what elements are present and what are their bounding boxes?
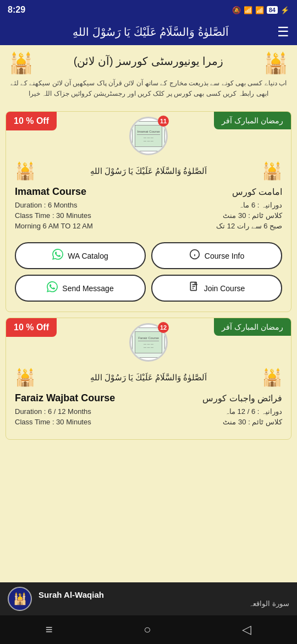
card1-duration-row: Duration : 6 Months دورانیہ : 6 ماہ bbox=[15, 200, 282, 210]
charging-icon: ⚡ bbox=[280, 6, 289, 14]
join-course-label: Join Course bbox=[204, 284, 245, 293]
wifi-icon: 📶 bbox=[244, 6, 252, 14]
send-message-button[interactable]: Send Message bbox=[15, 275, 146, 302]
card1-duration-ur: دورانیہ : 6 ماہ bbox=[239, 201, 282, 209]
audio-title: Surah Al-Waqiah bbox=[38, 590, 289, 599]
send-message-label: Send Message bbox=[62, 284, 113, 293]
card2-arabic-line: 🕌 اَلصَّلوٰةُ وَالسَّلَامُ عَلَيْكَ يَا … bbox=[6, 362, 291, 390]
audio-player-bar[interactable]: 🕌 Surah Al-Waqiah سورة الواقعہ bbox=[0, 582, 297, 615]
course-info-label: Course Info bbox=[205, 252, 244, 260]
card1-classtime-en: Class Time : 30 Minutes bbox=[15, 211, 91, 220]
card1-timing-ur: صبح 6 سے رات 12 تک bbox=[216, 222, 282, 230]
right-mosque-icon: 🕌 bbox=[263, 52, 288, 75]
card1-off-badge: 10 % Off bbox=[6, 112, 57, 130]
bottom-nav-bar: ≡ ○ ◁ bbox=[0, 615, 297, 644]
card2-duration-row: Duration : 6 / 12 Months دورانیہ : 6 / 1… bbox=[15, 406, 282, 417]
card1-arabic-line: 🕌 اَلصَّلوٰةُ وَالسَّلَامُ عَلَيْكَ يَا … bbox=[6, 156, 291, 184]
card1-info: Imamat Course امامت کورس Duration : 6 Mo… bbox=[6, 184, 291, 236]
nav-back-icon[interactable]: ◁ bbox=[242, 623, 251, 637]
card1-name-row: Imamat Course امامت کورس bbox=[15, 186, 282, 198]
course-info-button[interactable]: Course Info bbox=[151, 242, 282, 269]
document-icon bbox=[189, 281, 200, 295]
card1-timing-row: Morning 6 AM TO 12 AM صبح 6 سے رات 12 تک bbox=[15, 221, 282, 231]
hamburger-menu[interactable]: ☰ bbox=[277, 24, 289, 40]
battery-level: 84 bbox=[267, 6, 278, 14]
card2-header: 10 % Off Faraiz Course — — —— — — 12 رمض… bbox=[6, 318, 291, 362]
card2-duration-en: Duration : 6 / 12 Months bbox=[15, 407, 91, 416]
card2-ramadan-badge: رمضان المبارک آفر bbox=[214, 318, 291, 336]
card2-classtime-row: Class Time : 30 Minutes کلاس ٹائم : 30 م… bbox=[15, 417, 282, 427]
card1-header: 10 % Off Imamat Course — — —— — — 11 رمض… bbox=[6, 112, 291, 156]
card2-classtime-ur: کلاس ٹائم : 30 منٹ bbox=[223, 418, 282, 426]
audio-subtitle: سورة الواقعہ bbox=[38, 599, 289, 608]
course-card-1: 10 % Off Imamat Course — — —— — — 11 رمض… bbox=[6, 111, 292, 312]
card2-classtime-en: Class Time : 30 Minutes bbox=[15, 418, 91, 426]
intro-section: 🕌 زمرا یونیورسٹی کورسز (آن لائن) 🕌 اب دن… bbox=[0, 45, 297, 106]
card1-buttons: WA Catalog Course Info Send Message Join… bbox=[6, 236, 291, 304]
left-mosque-icon: 🕌 bbox=[9, 52, 34, 75]
audio-text-block: Surah Al-Waqiah سورة الواقعہ bbox=[38, 590, 289, 608]
wa-catalog-button[interactable]: WA Catalog bbox=[15, 242, 146, 269]
card2-name-row: Faraiz Wajbat Course فرائض واجبات کورس bbox=[15, 392, 282, 404]
card2-off-badge: 10 % Off bbox=[6, 318, 57, 337]
card1-classtime-row: Class Time : 30 Minutes کلاس ٹائم : 30 م… bbox=[15, 210, 282, 221]
status-time: 8:29 bbox=[8, 5, 25, 15]
card2-right-mosque: 🕌 bbox=[15, 368, 35, 387]
signal-icon: 📶 bbox=[255, 6, 264, 14]
status-icons: 🔕 📶 📶 84 ⚡ bbox=[232, 6, 289, 14]
card2-notification-count: 12 bbox=[158, 322, 169, 333]
header-arabic-text: اَلصَّلوٰةُ وَالسَّلَامُ عَلَيْكَ يَا رَ… bbox=[24, 25, 277, 39]
card1-name-en: Imamat Course bbox=[15, 186, 86, 198]
nav-menu-icon[interactable]: ≡ bbox=[46, 623, 53, 637]
info-icon bbox=[189, 249, 200, 263]
card2-left-mosque: 🕌 bbox=[262, 368, 282, 387]
card1-left-mosque: 🕌 bbox=[262, 161, 282, 181]
join-course-button[interactable]: Join Course bbox=[151, 275, 282, 302]
wa-catalog-label: WA Catalog bbox=[68, 252, 108, 260]
card2-name-ur: فرائض واجبات کورس bbox=[202, 393, 282, 403]
card1-duration-en: Duration : 6 Months bbox=[15, 201, 77, 209]
card1-notification-count: 11 bbox=[158, 116, 169, 127]
university-title: زمرا یونیورسٹی کورسز (آن لائن) bbox=[74, 54, 224, 68]
card2-duration-ur: دورانیہ : 6 / 12 ماہ bbox=[225, 407, 282, 416]
whatsapp-icon-2 bbox=[47, 281, 58, 295]
card1-name-ur: امامت کورس bbox=[232, 187, 282, 197]
card2-info: Faraiz Wajbat Course فرائض واجبات کورس D… bbox=[6, 390, 291, 432]
card1-timing-en: Morning 6 AM TO 12 AM bbox=[15, 222, 93, 230]
whatsapp-icon-1 bbox=[52, 249, 63, 263]
description-text: اب دنیاے کسی بھی کونے سے بذریعت مخارج کے… bbox=[9, 78, 288, 99]
nav-home-icon[interactable]: ○ bbox=[144, 623, 151, 637]
course-card-2: 10 % Off Faraiz Course — — —— — — 12 رمض… bbox=[6, 318, 292, 440]
audio-album-art: 🕌 bbox=[8, 587, 32, 611]
card1-ramadan-badge: رمضان المبارک آفر bbox=[214, 112, 291, 129]
status-bar: 8:29 🔕 📶 📶 84 ⚡ bbox=[0, 0, 297, 20]
mute-icon: 🔕 bbox=[232, 6, 241, 14]
card2-name-en: Faraiz Wajbat Course bbox=[15, 392, 115, 404]
card1-classtime-ur: کلاس ٹائم : 30 منٹ bbox=[223, 211, 282, 220]
card1-right-mosque: 🕌 bbox=[15, 161, 35, 181]
app-header: اَلصَّلوٰةُ وَالسَّلَامُ عَلَيْكَ يَا رَ… bbox=[0, 20, 297, 45]
